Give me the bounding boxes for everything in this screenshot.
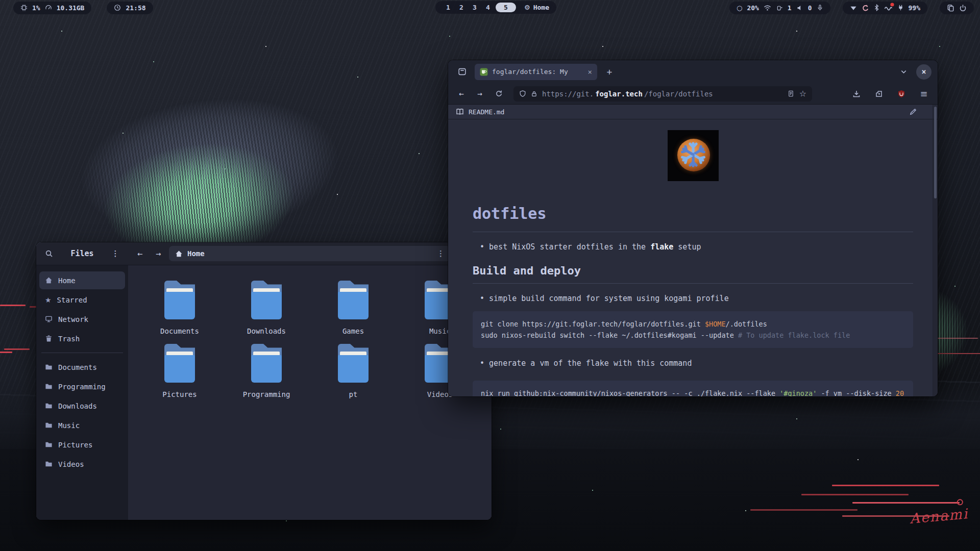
folder-label: pt <box>349 390 358 398</box>
readme-filename: README.md <box>469 108 504 116</box>
clipboard-icon[interactable] <box>947 4 954 12</box>
folder-item-downloads[interactable]: Downloads <box>223 281 310 335</box>
navbar-icons: ≡ <box>849 86 932 102</box>
workspace-button[interactable]: 3 <box>469 4 480 11</box>
sidebar-item-downloads[interactable]: Downloads <box>39 397 125 415</box>
folder-item-games[interactable]: Games <box>310 281 397 335</box>
code-block-vm[interactable]: nix run github:nix-community/nixos-gener… <box>473 381 913 396</box>
extension-icon[interactable] <box>871 86 887 102</box>
window-close-button[interactable]: × <box>916 64 932 80</box>
files-window: Files ⋮ ← → Home ⋮ ⋮ <box>36 242 492 520</box>
browser-tab[interactable]: foglar/dotfiles: My × <box>475 64 597 80</box>
workspace-button[interactable]: 2 <box>456 4 467 11</box>
url-bar[interactable]: https://git.foglar.tech/foglar/dotfiles … <box>513 86 812 102</box>
folder-item-documents[interactable]: Documents <box>136 281 223 335</box>
folder-grid: Documents Downloads Games Music <box>136 281 492 398</box>
tray-app-icon[interactable] <box>862 4 869 12</box>
repo-logo <box>668 130 719 181</box>
ublock-icon[interactable] <box>894 86 909 102</box>
sidebar-item-documents[interactable]: Documents <box>39 358 125 376</box>
reload-icon[interactable] <box>491 86 506 102</box>
forward-button[interactable]: → <box>151 248 166 259</box>
list-item: generate a vm of the flake with this com… <box>480 358 913 369</box>
home-icon <box>45 277 53 284</box>
browser-content: README.md dotfiles <box>448 105 938 396</box>
sidebar-item-label: Programming <box>58 383 106 391</box>
workspace-button[interactable]: 1 <box>443 4 454 11</box>
forward-button[interactable]: → <box>473 89 487 98</box>
files-body: Home ★ Starred Network Trash <box>36 265 492 520</box>
back-button[interactable]: ← <box>132 248 148 259</box>
firefox-view-icon[interactable] <box>454 64 470 80</box>
sidebar-item-music[interactable]: Music <box>39 416 125 434</box>
sidebar-item-network[interactable]: Network <box>39 310 125 328</box>
microphone-icon <box>817 4 823 11</box>
star-icon: ★ <box>45 296 52 304</box>
power-icon[interactable] <box>959 4 967 12</box>
tab-close-icon[interactable]: × <box>588 68 592 76</box>
folder-icon <box>163 344 196 383</box>
tracking-shield-icon[interactable] <box>519 90 526 97</box>
status-bar-left: 1% 10.31GB 21:58 <box>13 2 153 14</box>
build-list: simple build command for system using ko… <box>473 293 913 304</box>
network-icon <box>45 315 53 323</box>
site-favicon <box>480 68 488 76</box>
power-plug-icon <box>897 4 904 11</box>
sidebar-item-programming[interactable]: Programming <box>39 378 125 395</box>
hamburger-menu-icon[interactable]: ≡ <box>916 86 932 102</box>
search-icon[interactable] <box>41 246 57 261</box>
gear-icon: ⚙ <box>524 4 530 11</box>
brightness-level: 20% <box>747 4 758 12</box>
intro-list: best NixOS starter dotfiles in the flake… <box>473 241 913 253</box>
folder-icon <box>250 281 283 319</box>
memory-usage: 10.31GB <box>57 4 85 12</box>
reader-mode-icon[interactable] <box>788 90 794 97</box>
bookmark-star-icon[interactable]: ☆ <box>799 89 806 98</box>
folder-icon <box>45 460 53 468</box>
scrollbar[interactable] <box>933 105 938 396</box>
sidebar-item-label: Pictures <box>58 441 92 449</box>
network-tray-icon[interactable] <box>850 5 857 11</box>
notification-wave-icon[interactable] <box>884 5 893 11</box>
workspace-button[interactable]: 4 <box>482 4 494 11</box>
edit-pencil-icon[interactable] <box>909 108 917 116</box>
keyboard-layout-icon <box>776 5 783 11</box>
tab-title: foglar/dotfiles: My <box>492 68 584 76</box>
workspace-button-active[interactable]: 5 <box>496 3 516 12</box>
volume-icon <box>796 5 803 11</box>
sidebar-divider <box>41 353 123 353</box>
sidebar-item-trash[interactable]: Trash <box>39 330 125 347</box>
folder-label: Games <box>342 327 364 335</box>
nixos-snowflake-icon <box>679 140 707 169</box>
sidebar-item-label: Trash <box>58 335 80 343</box>
clock-time: 21:58 <box>126 4 145 12</box>
code-line: sudo nixos-rebuild switch --flake ~/.dot… <box>481 330 905 341</box>
status-bar-right: ○ 20% 1 0 <box>729 2 974 14</box>
path-bar[interactable]: Home ⋮ <box>169 246 451 261</box>
back-button[interactable]: ← <box>454 89 469 98</box>
sidebar-item-label: Home <box>58 277 76 285</box>
path-menu-icon[interactable]: ⋮ <box>437 249 445 258</box>
list-tabs-chevron-icon[interactable] <box>896 64 911 80</box>
bluetooth-icon[interactable] <box>874 4 879 11</box>
folder-icon <box>337 344 370 383</box>
path-label: Home <box>187 249 205 258</box>
hardware-pill: ○ 20% 1 0 <box>729 2 830 14</box>
folder-item-pictures[interactable]: Pictures <box>136 344 223 398</box>
folder-item-pt[interactable]: pt <box>310 344 397 398</box>
scrollbar-thumb[interactable] <box>934 107 937 198</box>
sidebar-item-pictures[interactable]: Pictures <box>39 436 125 454</box>
new-tab-button[interactable]: + <box>602 66 617 77</box>
sidebar-item-starred[interactable]: ★ Starred <box>39 291 125 309</box>
downloads-icon[interactable] <box>849 86 864 102</box>
sidebar-item-label: Network <box>58 315 88 323</box>
sidebar-item-label: Music <box>58 421 80 430</box>
folder-item-programming[interactable]: Programming <box>223 344 310 398</box>
tray-pill: 99% <box>843 2 927 14</box>
sidebar-item-videos[interactable]: Videos <box>39 455 125 473</box>
kebab-menu-icon[interactable]: ⋮ <box>108 246 123 261</box>
lock-icon[interactable] <box>531 90 537 97</box>
code-block-clone[interactable]: git clone https://git.foglar.tech/foglar… <box>473 311 913 348</box>
urlbar-actions: ☆ <box>788 89 806 98</box>
sidebar-item-home[interactable]: Home <box>39 271 125 289</box>
